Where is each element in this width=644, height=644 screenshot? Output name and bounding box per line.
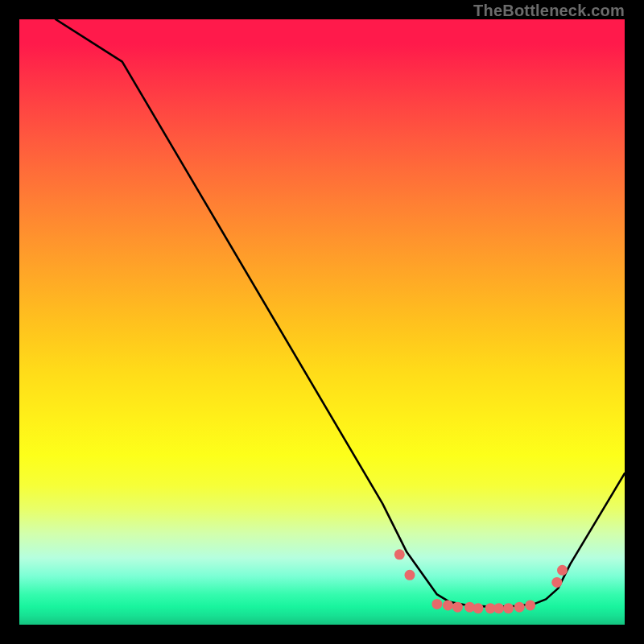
curve-marker: [525, 600, 535, 610]
bottleneck-curve-line: [56, 19, 625, 606]
credit-label: TheBottleneck.com: [473, 2, 625, 20]
curve-marker: [431, 599, 442, 609]
curve-marker: [473, 603, 484, 613]
curve-marker-group: [394, 549, 568, 613]
plot-area: [19, 19, 625, 625]
curve-marker: [503, 603, 514, 613]
curve-marker: [493, 603, 504, 613]
curve-marker: [514, 602, 525, 613]
curve-marker: [394, 549, 405, 559]
curve-marker: [557, 565, 568, 576]
curve-layer: [19, 19, 625, 625]
curve-marker: [405, 570, 415, 580]
curve-marker: [443, 600, 453, 610]
curve-marker: [551, 577, 562, 588]
curve-marker: [452, 602, 463, 613]
chart-frame: TheBottleneck.com: [0, 0, 644, 644]
